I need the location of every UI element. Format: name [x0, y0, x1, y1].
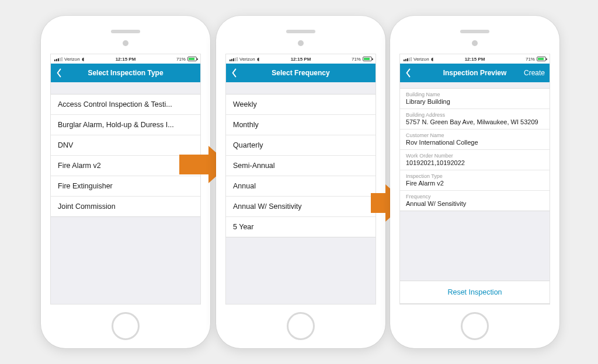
field-value: Annual W/ Sensitivity [406, 200, 544, 207]
home-button[interactable] [461, 312, 489, 340]
status-time: 12:15 PM [277, 57, 324, 62]
field-label: Building Address [406, 112, 544, 118]
phone-frequency: Verizon ◖ 12:15 PM 71% Select Frequency … [216, 16, 385, 348]
wifi-icon: ◖ [431, 57, 433, 62]
wifi-icon: ◖ [257, 57, 259, 62]
status-bar: Verizon ◖ 12:15 PM 71% [51, 54, 200, 64]
nav-bar: Select Inspection Type [51, 64, 200, 82]
screen: Verizon ◖ 12:15 PM 71% Inspection Previe… [399, 54, 550, 304]
field-label: Customer Name [406, 132, 544, 138]
list-item[interactable]: DNV [51, 135, 200, 156]
list-item[interactable]: Annual W/ Sensitivity [226, 197, 376, 217]
field-value: 10192021,10192022 [406, 159, 544, 166]
carrier-label: Verizon [239, 57, 255, 62]
list-item[interactable]: Quarterly [226, 135, 376, 156]
chevron-left-icon [405, 68, 412, 78]
wifi-icon: ◖ [82, 57, 84, 62]
chevron-left-icon [231, 68, 238, 78]
carrier-label: Verizon [413, 57, 429, 62]
field-label: Frequency [406, 194, 544, 200]
nav-bar: Inspection Preview Create [400, 64, 550, 82]
back-button[interactable] [400, 68, 423, 78]
field-label: Work Order Number [406, 153, 544, 159]
field-inspection-type: Inspection Type Fire Alarm v2 [400, 170, 550, 191]
camera-dot [472, 40, 478, 46]
field-value: 5757 N. Green Bay Ave, Milwaukee, WI 532… [406, 118, 544, 125]
frequency-list: Weekly Monthly Quarterly Semi-Annual Ann… [226, 94, 376, 237]
battery-pct: 71% [352, 57, 361, 62]
field-customer-name: Customer Name Rov International College [400, 130, 550, 150]
status-time: 12:15 PM [102, 57, 149, 62]
list-item[interactable]: Burglar Alarm, Hold-up & Duress I... [51, 115, 200, 135]
field-frequency: Frequency Annual W/ Sensitivity [400, 191, 550, 211]
field-value: Fire Alarm v2 [406, 180, 544, 187]
field-work-order: Work Order Number 10192021,10192022 [400, 150, 550, 170]
list-item[interactable]: Monthly [226, 115, 376, 135]
field-value: Library Building [406, 98, 544, 105]
battery-icon [187, 57, 197, 61]
home-button[interactable] [112, 312, 140, 340]
field-label: Building Name [406, 92, 544, 97]
home-button[interactable] [287, 312, 315, 340]
list-item[interactable]: Fire Extinguisher [51, 176, 200, 197]
field-label: Inspection Type [406, 173, 544, 179]
list-item[interactable]: Joint Commission [51, 197, 200, 216]
reset-inspection-button[interactable]: Reset Inspection [400, 281, 550, 304]
nav-bar: Select Frequency [226, 64, 376, 82]
status-bar: Verizon ◖ 12:15 PM 71% [226, 54, 376, 64]
carrier-label: Verizon [64, 57, 80, 62]
back-button[interactable] [226, 68, 249, 78]
list-item[interactable]: Access Control Inspection & Testi... [51, 94, 200, 115]
screen: Verizon ◖ 12:15 PM 71% Select Frequency … [225, 54, 376, 304]
field-building-name: Building Name Library Building [400, 89, 550, 109]
status-time: 12:15 PM [451, 57, 498, 62]
status-bar: Verizon ◖ 12:15 PM 71% [400, 54, 550, 64]
battery-icon [537, 57, 546, 61]
battery-pct: 71% [176, 57, 186, 62]
list-item[interactable]: 5 Year [226, 217, 376, 237]
signal-icon [54, 57, 62, 61]
camera-dot [123, 40, 128, 46]
phone-preview: Verizon ◖ 12:15 PM 71% Inspection Previe… [390, 16, 559, 348]
screen: Verizon ◖ 12:15 PM 71% Select Inspection… [50, 54, 201, 304]
inspection-type-list: Access Control Inspection & Testi... Bur… [51, 94, 200, 217]
signal-icon [230, 57, 238, 61]
camera-dot [298, 40, 304, 46]
back-button[interactable] [51, 68, 74, 78]
chevron-left-icon [55, 68, 62, 78]
preview-fields: Building Name Library Building Building … [400, 88, 550, 211]
signal-icon [404, 57, 412, 61]
battery-pct: 71% [526, 57, 535, 62]
create-button[interactable]: Create [524, 69, 545, 77]
battery-icon [363, 57, 372, 61]
list-item[interactable]: Fire Alarm v2 [51, 156, 200, 176]
list-item[interactable]: Weekly [226, 94, 376, 115]
list-item[interactable]: Semi-Annual [226, 156, 376, 176]
field-value: Rov International College [406, 139, 544, 146]
field-building-address: Building Address 5757 N. Green Bay Ave, … [400, 109, 550, 130]
list-item[interactable]: Annual [226, 176, 376, 197]
